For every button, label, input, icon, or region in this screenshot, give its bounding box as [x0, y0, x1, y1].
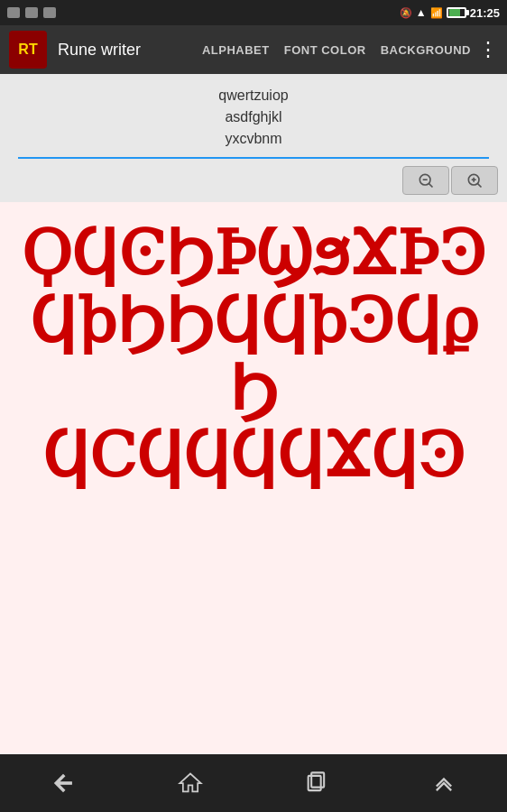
nav-alphabet[interactable]: ALPHABET — [202, 43, 270, 57]
rune-line-2: ϤϸϦϦϤϤϸϿϤϼϦ — [18, 288, 489, 423]
svg-rect-8 — [311, 772, 324, 787]
recents-icon — [304, 770, 329, 796]
svg-line-6 — [477, 183, 481, 187]
notification-icon-1 — [7, 7, 20, 18]
status-time: 21:25 — [470, 6, 500, 20]
zoom-in-icon — [466, 171, 484, 189]
status-bar: 🔕 ▲ 📶 21:25 — [0, 0, 507, 25]
battery-fill — [449, 9, 461, 16]
canvas-area: ϘϤϾϦϷϢϧϪϷϿ ϤϸϦϦϤϤϸϿϤϼϦ ϤϹϤϤϤϤϪϤϿ — [0, 202, 507, 754]
battery-icon — [447, 7, 466, 18]
app-logo: RT — [9, 31, 47, 69]
zoom-in-button[interactable] — [451, 166, 498, 195]
svg-line-2 — [429, 183, 432, 187]
notification-icon-3 — [43, 7, 56, 18]
overflow-menu-icon[interactable]: ⋮ — [478, 38, 498, 61]
notification-icon-2 — [25, 7, 38, 18]
rune-display: ϘϤϾϦϷϢϧϪϷϿ ϤϸϦϦϤϤϸϿϤϼϦ ϤϹϤϤϤϤϪϤϿ — [18, 220, 489, 490]
menu-button[interactable] — [417, 763, 471, 803]
bottom-bar — [0, 754, 507, 812]
rune-line-3: ϤϹϤϤϤϤϪϤϿ — [18, 422, 489, 490]
nav-background[interactable]: BACKGROUND — [381, 43, 471, 57]
home-icon — [178, 770, 203, 796]
zoom-bar — [0, 159, 507, 202]
mute-icon: 🔕 — [400, 7, 412, 19]
nav-font-color[interactable]: FONT COLOR — [284, 43, 366, 57]
back-icon — [51, 770, 76, 796]
top-nav: ALPHABET FONT COLOR BACKGROUND — [202, 43, 471, 57]
home-button[interactable] — [163, 763, 217, 803]
back-button[interactable] — [36, 763, 90, 803]
svg-rect-7 — [309, 776, 321, 790]
menu-icon — [431, 770, 456, 796]
top-bar: RT Rune writer ALPHABET FONT COLOR BACKG… — [0, 25, 507, 74]
text-input[interactable]: qwertzuiop asdfghjkl yxcvbnm — [18, 85, 489, 150]
signal-icon: 📶 — [430, 7, 443, 19]
rune-line-1: ϘϤϾϦϷϢϧϪϷϿ — [18, 220, 489, 288]
input-area: qwertzuiop asdfghjkl yxcvbnm — [0, 74, 507, 159]
status-right-icons: 🔕 ▲ 📶 21:25 — [400, 6, 500, 20]
app-title: Rune writer — [58, 41, 202, 60]
status-left-icons — [7, 7, 56, 18]
zoom-out-button[interactable] — [402, 166, 449, 195]
zoom-out-icon — [417, 171, 435, 189]
wifi-icon: ▲ — [416, 6, 427, 19]
recents-button[interactable] — [290, 763, 344, 803]
